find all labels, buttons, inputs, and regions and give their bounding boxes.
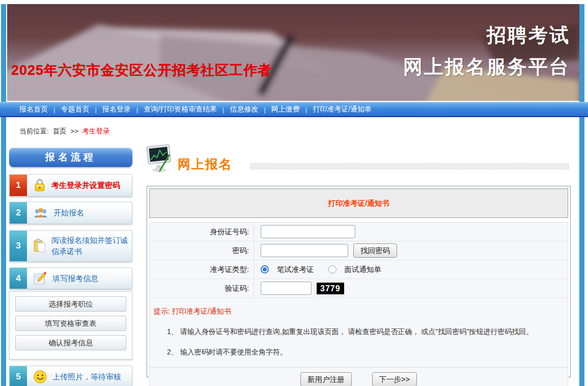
step-number-badge: 4 bbox=[10, 268, 27, 289]
nav-item-print-ticket[interactable]: 打印准考证/通知单 bbox=[313, 105, 372, 114]
step-number-badge: 2 bbox=[10, 202, 27, 224]
sidebar-step-upload-photo[interactable]: 5 上传照片，等待审核 bbox=[9, 366, 132, 386]
interview-notice-radio[interactable] bbox=[328, 265, 337, 273]
form-actions: 新用户注册 下一步>> bbox=[150, 367, 568, 386]
sidebar-step-start[interactable]: 2 开始报名 bbox=[9, 202, 132, 224]
main-nav: 报名首页 | 专题首页 | 报名登录 | 查询/打印资格审查结果 | 信息修改 … bbox=[0, 102, 588, 117]
captcha-row: 验证码: 3779 bbox=[150, 279, 568, 298]
breadcrumb-prefix: 当前位置: bbox=[19, 127, 49, 135]
nav-separator: | bbox=[136, 106, 138, 114]
written-exam-radio[interactable] bbox=[261, 265, 269, 273]
sidebar-step-read-notice[interactable]: 3 阅读报名须知并签订诚信承诺书 bbox=[9, 230, 132, 262]
sidebar-substeps: 选择报考职位 填写资格审查表 确认报考信息 bbox=[9, 291, 132, 360]
clipboard-icon bbox=[33, 238, 46, 254]
section-title: 网上报名 bbox=[178, 156, 233, 173]
nav-separator: | bbox=[305, 106, 307, 114]
ticket-type-label: 准考证类型: bbox=[150, 260, 254, 279]
step-label: 考生登录并设置密码 bbox=[51, 180, 123, 191]
step-label: 阅读报名须知并签订诚信承诺书 bbox=[51, 235, 132, 257]
step-number-badge: 3 bbox=[10, 231, 27, 261]
password-row: 密码: 找回密码 bbox=[150, 241, 568, 260]
password-input[interactable] bbox=[261, 244, 348, 257]
banner: 2025年六安市金安区公开招考社区工作者 招聘考试 网上报名服务平台 bbox=[7, 4, 579, 101]
next-step-button[interactable]: 下一步>> bbox=[372, 372, 417, 386]
step-number-badge: 1 bbox=[10, 175, 27, 196]
breadcrumb: 当前位置: 首页 >> 考生登录 bbox=[19, 127, 110, 136]
nav-item-topic-home[interactable]: 专题首页 bbox=[61, 105, 89, 114]
tips-block: 提示: 打印准考证/通知书 1、 请输入身份证号和密码进行查询,如重复出现该页面… bbox=[150, 298, 568, 357]
online-registration-monitor-icon bbox=[146, 144, 175, 177]
id-number-input[interactable] bbox=[261, 225, 355, 238]
print-ticket-panel: 打印准考证/通知书 身份证号码: 密码: 找回密码 准考证类型: 笔试准考证 面… bbox=[147, 186, 571, 377]
step-label: 填写报考信息 bbox=[52, 273, 101, 284]
password-label: 密码: bbox=[150, 241, 254, 260]
sidebar-step-login[interactable]: 1 考生登录并设置密码 bbox=[9, 174, 132, 197]
breadcrumb-home-link[interactable]: 首页 bbox=[53, 127, 67, 135]
tip-item-1: 1、 请输入身份证号和密码进行查询,如重复出现该页面， 请检查密码是否正确， 或… bbox=[167, 327, 564, 337]
login-form: 身份证号码: 密码: 找回密码 准考证类型: 笔试准考证 面试通知单 验证码: bbox=[149, 222, 568, 386]
tip-item-2: 2、 输入密码时请不要使用全角字符。 bbox=[167, 348, 564, 357]
captcha-code-image[interactable]: 3779 bbox=[317, 283, 344, 294]
written-exam-radio-label[interactable]: 笔试准考证 bbox=[277, 265, 314, 274]
banner-platform-title: 招聘考试 网上报名服务平台 bbox=[403, 19, 570, 82]
interview-notice-radio-label[interactable]: 面试通知单 bbox=[345, 265, 382, 274]
nav-separator: | bbox=[53, 106, 55, 114]
nav-item-home[interactable]: 报名首页 bbox=[19, 105, 48, 114]
sidebar-step-fill-info[interactable]: 4 填写报考信息 bbox=[9, 267, 132, 289]
banner-campaign-title: 2025年六安市金安区公开招考社区工作者 bbox=[11, 61, 317, 79]
users-icon bbox=[33, 206, 48, 219]
page-frame-left bbox=[1, 4, 6, 386]
nav-item-info-edit[interactable]: 信息修改 bbox=[230, 105, 258, 114]
step-number-badge: 5 bbox=[10, 366, 27, 386]
new-user-register-button[interactable]: 新用户注册 bbox=[300, 372, 352, 386]
nav-item-query-print-result[interactable]: 查询/打印资格审查结果 bbox=[144, 105, 217, 114]
substep-choose-position-button[interactable]: 选择报考职位 bbox=[15, 296, 126, 312]
nav-separator: | bbox=[95, 106, 96, 114]
captcha-input[interactable] bbox=[261, 282, 312, 295]
substep-confirm-info-button[interactable]: 确认报考信息 bbox=[15, 335, 126, 350]
substep-qualification-form-button[interactable]: 填写资格审查表 bbox=[15, 316, 126, 331]
nav-separator: | bbox=[222, 106, 224, 114]
lock-icon bbox=[33, 178, 46, 192]
id-number-row: 身份证号码: bbox=[150, 223, 568, 241]
breadcrumb-arrow: >> bbox=[70, 127, 78, 135]
section-title-ruler bbox=[250, 163, 569, 170]
banner-platform-line1: 招聘考试 bbox=[403, 19, 570, 51]
id-number-label: 身份证号码: bbox=[150, 223, 254, 241]
ticket-type-row: 准考证类型: 笔试准考证 面试通知单 bbox=[150, 260, 568, 279]
page-frame-right bbox=[579, 4, 584, 386]
form-title: 打印准考证/通知书 bbox=[149, 188, 568, 218]
breadcrumb-current: 考生登录 bbox=[82, 127, 110, 135]
nav-item-pay-online[interactable]: 网上缴费 bbox=[271, 105, 300, 114]
step-label: 上传照片，等待审核 bbox=[52, 371, 124, 382]
pencil-icon bbox=[33, 271, 47, 286]
nav-separator: | bbox=[264, 106, 265, 114]
nav-item-login[interactable]: 报名登录 bbox=[102, 105, 131, 114]
tips-title: 提示: 打印准考证/通知书 bbox=[154, 307, 564, 316]
smiley-icon bbox=[33, 370, 47, 384]
sidebar-flow-header: 报名流程 bbox=[9, 148, 132, 167]
captcha-label: 验证码: bbox=[150, 279, 254, 297]
step-label: 开始报名 bbox=[53, 207, 87, 218]
recover-password-button[interactable]: 找回密码 bbox=[353, 243, 397, 258]
banner-platform-line2: 网上报名服务平台 bbox=[403, 51, 570, 82]
